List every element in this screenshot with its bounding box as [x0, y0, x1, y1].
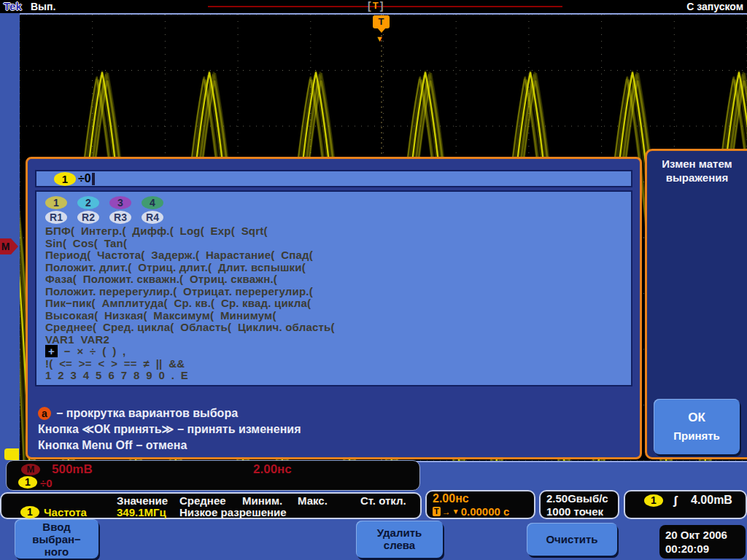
- math-timebase-readout: 2.00нс: [253, 462, 292, 477]
- help-line-knob: a − прокрутка вариантов выбора: [38, 405, 301, 421]
- enter-selected-button[interactable]: Вводвыбран−ного: [15, 519, 98, 559]
- sample-rate-readout: 2.50Gвыб/с: [546, 492, 608, 505]
- ok-button-sub: Принять: [654, 429, 740, 442]
- function-list-line[interactable]: Период( Частота( Задерж.( Нарастание( Сп…: [45, 249, 622, 262]
- digits-row[interactable]: 1 2 3 4 5 6 7 8 9 0 . E: [45, 370, 622, 382]
- channel1-expression-readout: ÷0: [40, 477, 53, 489]
- trigger-readout-box: 1 ʃ 4.00mB: [624, 490, 747, 519]
- record-view-window[interactable]: [ T ]: [368, 0, 383, 12]
- help-line3-text: Кнопка Menu Off − отмена: [38, 438, 301, 454]
- measurement-box: ЗначениеСреднееМиним.Макс.Ст. откл. 1 Ча…: [0, 492, 422, 519]
- acquisition-status: Вып.: [31, 1, 55, 12]
- vertical-readout-bar: M 500mB 2.00нс 1 ÷0: [6, 460, 420, 491]
- enter-selected-button-label: выбран−: [15, 533, 98, 545]
- function-list-line[interactable]: Среднее( Сред. цикла( Область( Циклич. о…: [45, 322, 622, 334]
- bracket-left-icon: [: [368, 0, 371, 12]
- expression-text: ÷0: [78, 172, 91, 185]
- function-list-line[interactable]: Положит. длит.( Отриц. длит.( Длит. вспы…: [45, 262, 622, 274]
- ok-button-title: ОК: [654, 411, 740, 425]
- math-scale-readout: 500mB: [52, 462, 93, 477]
- help-line2-text: Кнопка ≪ОК принять≫ − принять изменения: [38, 421, 301, 438]
- tek-logo: Tek: [4, 0, 22, 12]
- function-list-line[interactable]: VAR1 VAR2: [45, 334, 622, 346]
- delete-left-button[interactable]: Удалитьслева: [356, 521, 443, 558]
- trigger-status: С запуском: [686, 1, 743, 12]
- measurement-value: 349.1МГц: [117, 506, 166, 518]
- delete-left-button-label: слева: [356, 539, 443, 551]
- clear-button[interactable]: Очистить: [527, 523, 617, 556]
- math-position-marker[interactable]: M: [0, 238, 18, 254]
- channel1-badge: 1: [54, 172, 76, 186]
- channel1-badge: 1: [644, 494, 663, 507]
- math-expression-dialog: 1 ÷0 1234 R1R2R3R4 БПФ( Интегр.( Дифф.( …: [26, 157, 642, 459]
- channel1-badge: 1: [20, 506, 39, 518]
- arrow-right-icon: →: [442, 507, 451, 517]
- knob-a-icon: a: [38, 407, 51, 420]
- function-list-line[interactable]: Фаза( Положит. скважн.( Отриц. скважн.(: [45, 273, 622, 286]
- trigger-position-value: 0.00000 с: [461, 505, 510, 518]
- selected-operator[interactable]: +: [45, 345, 58, 357]
- math-badge: M: [21, 464, 40, 475]
- function-list-line[interactable]: Высокая( Низкая( Максимум( Минимум(: [45, 310, 622, 322]
- help-line1-text: − прокрутка вариантов выбора: [56, 405, 238, 421]
- enter-selected-button-label: Ввод: [15, 521, 98, 533]
- math-marker-tip-icon: [11, 238, 18, 254]
- enter-selected-button-label: ного: [15, 545, 98, 558]
- function-list-line[interactable]: Положит. перерегулир.( Отрицат. перерегу…: [45, 286, 622, 298]
- channel1-badge: 1: [18, 476, 37, 489]
- arrow-down-icon: ▼: [452, 508, 460, 516]
- channel-source-badge[interactable]: 3: [109, 196, 131, 209]
- function-list-line[interactable]: Sin( Cos( Tan(: [45, 238, 622, 250]
- acquisition-readout-box: 2.50Gвыб/с 1000 точек: [539, 490, 619, 519]
- measurement-name: Частота: [44, 506, 87, 518]
- channel-source-badge[interactable]: 4: [142, 196, 163, 209]
- logic-operator-row[interactable]: !( <= >= < > == ≠ || &&: [45, 358, 622, 370]
- horizontal-readout-box: 2.00нс T → ▼ 0.00000 с: [425, 490, 535, 519]
- expression-element-list: 1234 R1R2R3R4 БПФ( Интегр.( Дифф.( Log( …: [35, 190, 632, 386]
- function-list-line[interactable]: Пик−пик( Амплитуда( Ср. кв.( Ср. квад. ц…: [45, 298, 622, 310]
- clear-button-label: Очистить: [527, 523, 617, 556]
- time-readout: 00:20:09: [665, 542, 746, 556]
- reference-badges-row: R1R2R3R4: [45, 211, 622, 225]
- function-list: БПФ( Интегр.( Дифф.( Log( Exp( Sqrt(Sin(…: [45, 225, 622, 346]
- trigger-level-readout: 4.00mB: [691, 494, 732, 507]
- ok-accept-button[interactable]: ОК Принять: [654, 399, 740, 454]
- trigger-position-readout: T → ▼ 0.00000 с: [433, 505, 509, 518]
- trigger-t-icon: T: [433, 507, 441, 516]
- text-cursor: [92, 173, 95, 185]
- channel-source-badge[interactable]: 1: [45, 196, 67, 209]
- record-trigger-icon: T: [373, 0, 379, 12]
- reference-source-badge[interactable]: R3: [109, 211, 131, 224]
- reference-source-badge[interactable]: R1: [45, 211, 67, 224]
- operator-row[interactable]: + − × ÷ ( ) ,: [45, 346, 622, 358]
- side-menu-title: Измен матем выражения: [647, 157, 747, 184]
- measurement-header: Макс.: [298, 494, 328, 507]
- oscilloscope-screen: Tek Вып. [ T ] С запуском T ▼ M 1 ÷0 123…: [0, 0, 747, 560]
- channel1-position-marker[interactable]: [4, 448, 19, 460]
- side-menu-title-line1: Измен матем: [647, 157, 747, 171]
- rising-edge-icon: ʃ: [673, 494, 678, 508]
- record-view-line: [208, 6, 562, 7]
- dialog-help-text: a − прокрутка вариантов выбора Кнопка ≪О…: [38, 405, 301, 454]
- record-length-readout: 1000 точек: [546, 505, 603, 518]
- reference-source-badge[interactable]: R2: [77, 211, 99, 224]
- math-marker-label: M: [0, 238, 11, 254]
- measurement-header: Миним.: [242, 494, 282, 507]
- top-status-bar: Tek Вып. [ T ] С запуском: [0, 0, 747, 13]
- delete-left-button-label: Удалить: [356, 526, 443, 539]
- timebase-readout: 2.00нс: [433, 492, 469, 505]
- measurement-note: Низкое разрешение: [179, 506, 287, 518]
- channel-source-badge[interactable]: 2: [77, 196, 99, 209]
- date-readout: 20 Окт 2006: [665, 528, 746, 542]
- expression-input[interactable]: 1 ÷0: [35, 170, 632, 187]
- function-list-line[interactable]: БПФ( Интегр.( Дифф.( Log( Exp( Sqrt(: [45, 225, 622, 238]
- reference-source-badge[interactable]: R4: [142, 211, 163, 224]
- trigger-arrow-icon: ▼: [376, 34, 384, 43]
- trigger-position-marker[interactable]: T: [373, 15, 390, 28]
- side-menu-panel: Измен матем выражения ОК Принять: [645, 149, 747, 459]
- operator-options[interactable]: − × ÷ ( ) ,: [58, 345, 126, 357]
- measurement-header: Ст. откл.: [360, 494, 406, 507]
- datetime-box: 20 Окт 2006 00:20:09: [659, 525, 746, 559]
- channel-badges-row: 1234: [45, 196, 622, 210]
- measurement-header: Значение: [117, 494, 168, 507]
